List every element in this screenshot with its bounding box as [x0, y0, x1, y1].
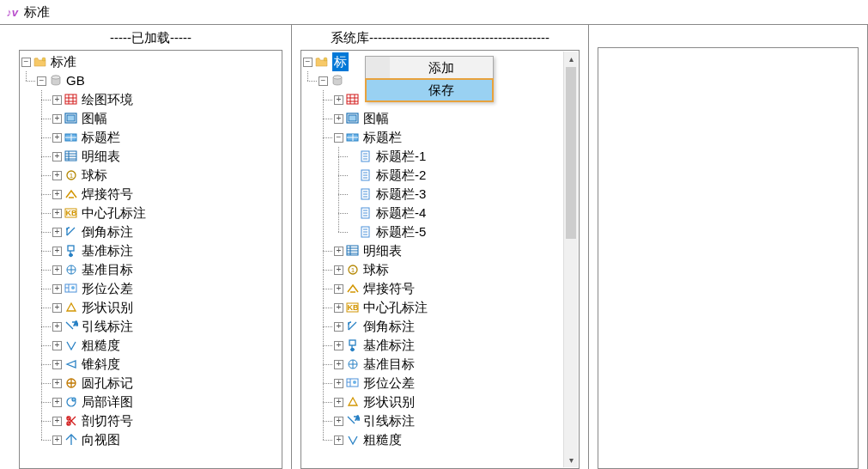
- expander-icon[interactable]: [52, 114, 62, 124]
- expander-icon[interactable]: [334, 247, 343, 256]
- scroll-up-icon[interactable]: ▴: [564, 52, 578, 66]
- expander-icon[interactable]: [334, 417, 343, 426]
- rough-icon: [64, 338, 78, 352]
- tree-item[interactable]: 形状识别: [21, 298, 282, 317]
- tree-leaf[interactable]: 标题栏-5: [303, 222, 579, 241]
- expander-icon[interactable]: [52, 436, 62, 445]
- library-tree[interactable]: 标图幅标题栏标题栏-1标题栏-2标题栏-3标题栏-4标题栏-5明细表球标焊接符号…: [300, 50, 580, 469]
- expander-icon[interactable]: [52, 95, 62, 105]
- tree-item-gb[interactable]: GB: [21, 71, 282, 90]
- tree-item[interactable]: 图幅: [21, 109, 282, 128]
- tree-item[interactable]: 粗糙度: [303, 430, 579, 449]
- menu-item-add[interactable]: 添加: [366, 57, 493, 79]
- tree-item-titlebar[interactable]: 标题栏: [303, 128, 579, 147]
- expander-icon[interactable]: [52, 417, 62, 426]
- tree-leaf[interactable]: 标题栏-4: [303, 204, 579, 222]
- expander-icon[interactable]: [334, 114, 343, 124]
- tree-item[interactable]: 焊接符号: [303, 279, 579, 298]
- tree-label: 形状识别: [363, 393, 415, 411]
- context-menu: 添加 保存: [365, 56, 494, 102]
- menu-item-save[interactable]: 保存: [366, 79, 493, 101]
- expander-icon[interactable]: [52, 322, 62, 332]
- tree-item[interactable]: 圆孔标记: [21, 374, 282, 393]
- expander-icon[interactable]: [334, 398, 343, 407]
- tree-item[interactable]: 绘图环境: [21, 90, 282, 109]
- expander-icon[interactable]: [319, 76, 328, 86]
- expander-icon[interactable]: [52, 171, 62, 180]
- tree-label: 图幅: [82, 109, 107, 128]
- tree-item[interactable]: 形位公差: [21, 279, 282, 298]
- expander-icon[interactable]: [52, 247, 62, 256]
- expander-icon[interactable]: [334, 265, 343, 275]
- expander-icon[interactable]: [334, 341, 343, 350]
- tree-item[interactable]: 形位公差: [303, 374, 579, 393]
- tree-item[interactable]: 倒角标注: [21, 222, 282, 241]
- expander-icon[interactable]: [334, 303, 343, 313]
- expander-icon[interactable]: [334, 133, 343, 143]
- tree-item[interactable]: 剖切符号: [21, 411, 282, 430]
- tree-leaf[interactable]: 标题栏-2: [303, 166, 579, 185]
- expander-icon[interactable]: [37, 76, 46, 86]
- tree-item[interactable]: 明细表: [303, 241, 579, 260]
- expander-icon[interactable]: [334, 360, 343, 369]
- tree-label: 基准目标: [82, 260, 133, 279]
- scrollbar-thumb[interactable]: [566, 67, 576, 239]
- expander-icon[interactable]: [52, 133, 62, 143]
- tree-item[interactable]: 球标: [303, 260, 579, 279]
- tree-item[interactable]: 局部详图: [21, 393, 282, 411]
- tree-item[interactable]: 基准目标: [21, 260, 282, 279]
- tree-item[interactable]: 基准标注: [303, 336, 579, 355]
- frame-icon: [346, 112, 360, 125]
- tree-item[interactable]: 形状识别: [303, 393, 579, 411]
- expander-icon[interactable]: [21, 58, 31, 67]
- tree-item[interactable]: 标题栏: [21, 128, 282, 147]
- expander-icon[interactable]: [52, 265, 62, 275]
- tree-label: 粗糙度: [363, 430, 402, 449]
- tree-item[interactable]: 引线标注: [21, 317, 282, 336]
- expander-icon[interactable]: [52, 152, 62, 161]
- tree-item[interactable]: 明细表: [21, 147, 282, 166]
- expander-icon[interactable]: [52, 303, 62, 313]
- expander-icon[interactable]: [52, 284, 62, 294]
- expander-icon[interactable]: [52, 228, 62, 237]
- tree-label: 标题栏-5: [376, 222, 426, 241]
- tree-item[interactable]: 中心孔标注: [21, 204, 282, 222]
- expander-icon[interactable]: [52, 398, 62, 407]
- expander-icon[interactable]: [334, 436, 343, 445]
- expander-icon[interactable]: [52, 379, 62, 388]
- expander-icon[interactable]: [52, 341, 62, 350]
- tree-label: 向视图: [82, 430, 120, 449]
- tree-root[interactable]: 标准: [21, 52, 282, 71]
- expander-icon[interactable]: [334, 284, 343, 294]
- expander-icon[interactable]: [334, 95, 343, 105]
- tree-leaf[interactable]: 标题栏-3: [303, 185, 579, 204]
- kb-icon: [64, 206, 78, 220]
- tree-label: 明细表: [82, 147, 120, 166]
- datum-icon: [64, 244, 78, 258]
- expander-icon[interactable]: [52, 190, 62, 199]
- expander-icon[interactable]: [334, 379, 343, 388]
- tree-item[interactable]: 锥斜度: [21, 355, 282, 374]
- grid-icon: [64, 93, 78, 107]
- tree-item[interactable]: 粗糙度: [21, 336, 282, 355]
- app-icon: ♪v: [5, 5, 19, 19]
- tree-item[interactable]: 向视图: [21, 430, 282, 449]
- vertical-scrollbar[interactable]: ▴ ▾: [563, 52, 578, 467]
- scroll-down-icon[interactable]: ▾: [564, 453, 578, 467]
- tree-item[interactable]: 中心孔标注: [303, 298, 579, 317]
- tree-item[interactable]: 倒角标注: [303, 317, 579, 336]
- expander-icon[interactable]: [303, 58, 313, 67]
- tree-item[interactable]: 基准目标: [303, 355, 579, 374]
- tree-item[interactable]: 图幅: [303, 109, 579, 128]
- tree-item[interactable]: 基准标注: [21, 241, 282, 260]
- cone-icon: [64, 357, 78, 371]
- tree-item[interactable]: 焊接符号: [21, 185, 282, 204]
- sheet-icon: [359, 225, 373, 239]
- tree-leaf[interactable]: 标题栏-1: [303, 147, 579, 166]
- expander-icon[interactable]: [52, 209, 62, 218]
- tree-item[interactable]: 球标: [21, 166, 282, 185]
- loaded-tree[interactable]: 标准GB绘图环境图幅标题栏明细表球标焊接符号中心孔标注倒角标注基准标注基准目标形…: [19, 50, 282, 469]
- tree-item[interactable]: 引线标注: [303, 411, 579, 430]
- expander-icon[interactable]: [52, 360, 62, 369]
- expander-icon[interactable]: [334, 322, 343, 332]
